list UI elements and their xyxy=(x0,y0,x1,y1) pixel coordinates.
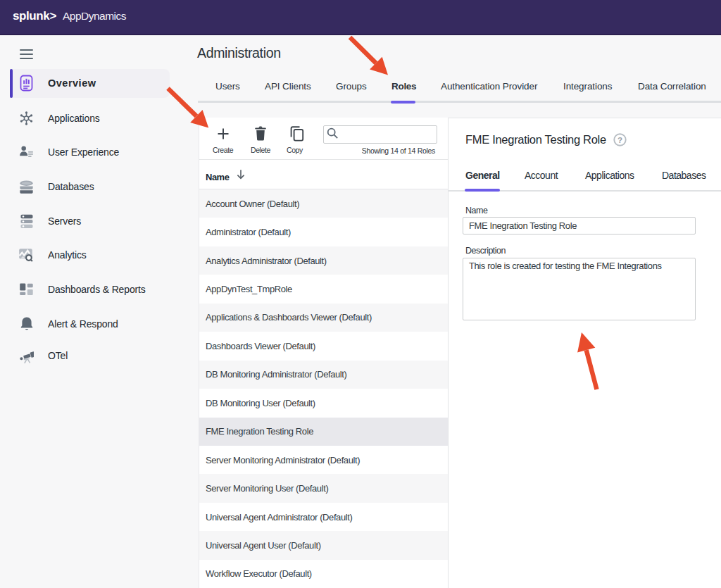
svg-text:?: ? xyxy=(617,136,622,144)
